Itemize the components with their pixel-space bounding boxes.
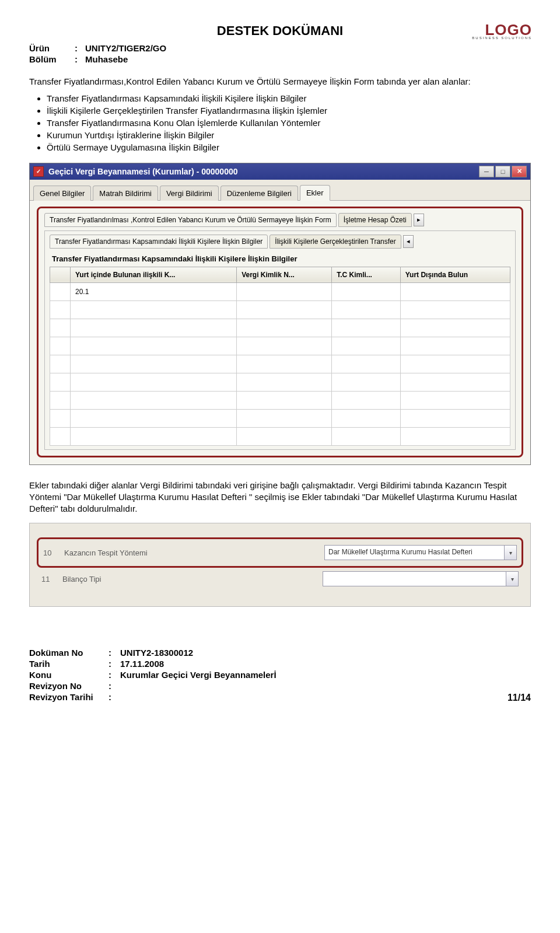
body-text: Ekler tabındaki diğer alanlar Vergi Bild… [29, 480, 531, 515]
tab-matrah-bildirimi[interactable]: Matrah Bildirimi [93, 186, 158, 201]
revno-label: Revizyon No [29, 681, 105, 691]
close-button[interactable]: ✕ [512, 166, 527, 177]
table-row [50, 319, 510, 337]
col-header[interactable]: T.C Kimli... [332, 267, 401, 282]
bullet-list: Transfer Fiyatlandırması Kapsamındaki İl… [47, 93, 531, 152]
highlight-box: Transfer Fiyatlandırılması ,Kontrol Edil… [37, 207, 523, 457]
page-number: 11/14 [508, 693, 531, 703]
tab-duzenleme-bilgileri[interactable]: Düzenleme Bilgileri [220, 186, 298, 201]
field-number: 10 [43, 548, 55, 557]
col-header[interactable]: Yurt Dışında Bulun [400, 267, 510, 282]
form-panel: 10 Kazancın Tespit Yöntemi Dar Mükellef … [29, 523, 531, 607]
list-item: Transfer Fiyatlandırmasına Konu Olan İşl… [47, 118, 531, 128]
list-item: Örtülü Sermaye Uygulamasına İlişkin Bilg… [47, 142, 531, 152]
window-title: Geçici Vergi Beyannamesi (Kurumlar) - 00… [48, 167, 238, 176]
date-label: Tarih [29, 659, 105, 669]
tab-vergi-bildirimi[interactable]: Vergi Bildirimi [160, 186, 219, 201]
col-header[interactable]: Vergi Kimlik N... [237, 267, 332, 282]
table-row [50, 300, 510, 319]
data-grid[interactable]: Yurt içinde Bulunan ilişkili K... Vergi … [50, 267, 510, 446]
field-label: Kazancın Tespit Yöntemi [64, 548, 315, 557]
combo-bilanco-tipi[interactable]: ▾ [323, 571, 519, 586]
tab-ekler[interactable]: Ekler [300, 185, 330, 201]
combo-value[interactable] [323, 571, 506, 586]
tab-genel-bilgiler[interactable]: Genel Bilgiler [33, 186, 91, 201]
table-row [50, 427, 510, 445]
window-titlebar: ✓ Geçici Vergi Beyannamesi (Kurumlar) - … [30, 163, 530, 180]
product-label: Ürün [29, 43, 70, 53]
app-window: ✓ Geçici Vergi Beyannamesi (Kurumlar) - … [29, 163, 531, 465]
app-icon: ✓ [33, 166, 44, 177]
document-title: DESTEK DOKÜMANI [29, 23, 531, 39]
intro-text: Transfer Fiyatlandırması,Kontrol Edilen … [29, 76, 531, 88]
combo-kazanc-yontemi[interactable]: Dar Mükellef Ulaştırma Kurumu Hasılat De… [324, 545, 517, 560]
docno-label: Doküman No [29, 648, 105, 658]
scroll-right-icon[interactable]: ▸ [414, 214, 424, 226]
table-row [50, 355, 510, 373]
product-value: UNITY2/TIGER2/GO [85, 43, 166, 53]
section-label: Bölüm [29, 54, 70, 64]
field-label: Bilanço Tipi [62, 575, 313, 583]
table-row [50, 409, 510, 427]
subtab-transfer-form[interactable]: Transfer Fiyatlandırılması ,Kontrol Edil… [44, 213, 337, 227]
topic-label: Konu [29, 670, 105, 680]
topic-value: Kurumlar Geçici Vergi Beyannamelerİ [120, 670, 276, 680]
table-row [50, 391, 510, 409]
form-highlight: 10 Kazancın Tespit Yöntemi Dar Mükellef … [37, 537, 523, 568]
footer: Doküman No:UNITY2-18300012 Tarih:17.11.2… [29, 648, 531, 703]
col-header[interactable]: Yurt içinde Bulunan ilişkili K... [71, 267, 237, 282]
docno-value: UNITY2-18300012 [120, 648, 193, 658]
scroll-left-icon[interactable]: ◂ [403, 235, 414, 248]
chevron-down-icon[interactable]: ▾ [506, 571, 519, 586]
table-row [50, 373, 510, 391]
list-item: İlişkili Kişilerle Gerçekleştirilen Tran… [47, 106, 531, 116]
combo-value[interactable]: Dar Mükellef Ulaştırma Kurumu Hasılat De… [324, 545, 504, 560]
minimize-button[interactable]: ─ [479, 166, 494, 177]
section-heading: Transfer Fiyatlandırması Kapsamındaki İl… [52, 254, 510, 263]
field-number: 11 [41, 575, 53, 583]
section-value: Muhasebe [85, 54, 128, 64]
subtab-iliskili-kisiler[interactable]: Transfer Fiyatlandırması Kapsamındaki İl… [50, 235, 268, 249]
list-item: Transfer Fiyatlandırması Kapsamındaki İl… [47, 93, 531, 103]
list-item: Kurumun Yurtdışı İştiraklerine İlişkin B… [47, 130, 531, 140]
main-tabbar: Genel Bilgiler Matrah Bildirimi Vergi Bi… [30, 180, 530, 201]
maximize-button[interactable]: □ [495, 166, 510, 177]
revdate-label: Revizyon Tarihi [29, 692, 105, 702]
chevron-down-icon[interactable]: ▾ [504, 545, 517, 560]
table-row [50, 337, 510, 355]
document-meta: Ürün : UNITY2/TIGER2/GO Bölüm : Muhasebe [29, 43, 531, 64]
date-value: 17.11.2008 [120, 659, 164, 669]
subtab-gerceklestirilen-transfer[interactable]: İlişkili Kişilerle Gerçekleştirilen Tran… [270, 235, 401, 249]
table-row: 20.1 [50, 282, 510, 300]
subtab-isletme-hesap[interactable]: İşletme Hesap Özeti [338, 213, 412, 227]
